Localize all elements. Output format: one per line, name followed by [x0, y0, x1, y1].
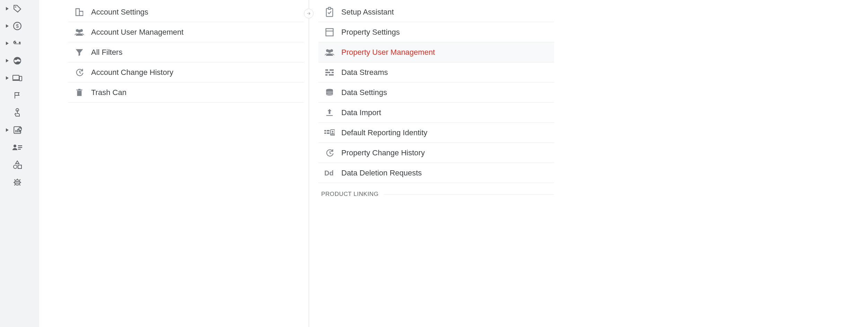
svg-rect-40: [330, 69, 334, 71]
svg-rect-26: [82, 12, 83, 14]
accountColumn-row-account-user-management[interactable]: Account User Management: [68, 22, 304, 42]
bug-icon: [11, 176, 24, 188]
chart-icon: [11, 124, 24, 136]
window-icon: [323, 25, 336, 39]
propertyColumn-row-default-reporting-identity[interactable]: Default Reporting Identity: [318, 123, 554, 143]
accountColumn-row-account-settings[interactable]: Account Settings: [68, 2, 304, 22]
people-icon: [323, 45, 336, 59]
tag-icon: [11, 2, 24, 15]
svg-rect-25: [81, 12, 82, 14]
dd-icon: Dd: [323, 166, 336, 180]
expand-caret-icon: [5, 42, 10, 45]
expand-caret-icon: [5, 7, 10, 10]
svg-rect-24: [78, 12, 79, 14]
svg-rect-21: [77, 11, 78, 12]
svg-rect-22: [78, 11, 79, 12]
svg-rect-9: [16, 130, 17, 132]
row-label: Property Change History: [341, 148, 425, 157]
svg-rect-28: [82, 14, 83, 15]
globe-icon: [11, 54, 24, 67]
svg-rect-51: [327, 132, 330, 134]
database-icon: [323, 86, 336, 100]
propertyColumn-row-property-change-history[interactable]: Property Change History: [318, 143, 554, 163]
rail-item-globe[interactable]: [0, 52, 39, 69]
section-header-label: PRODUCT LINKING: [321, 191, 379, 198]
collapse-column-button[interactable]: [304, 9, 314, 18]
svg-rect-34: [326, 28, 333, 36]
row-label: Property User Management: [341, 48, 435, 57]
userlist-icon: [11, 141, 24, 154]
svg-rect-48: [324, 130, 326, 131]
svg-point-47: [326, 93, 333, 96]
accountColumn-row-trash-can[interactable]: Trash Can: [68, 83, 304, 103]
account-column: Account SettingsAccount User ManagementA…: [68, 0, 304, 327]
rail-item-bug[interactable]: [0, 173, 39, 191]
property-column: Setup AssistantProperty SettingsProperty…: [318, 0, 554, 327]
magnet-icon: [11, 37, 24, 50]
propertyColumn-row-data-streams[interactable]: Data Streams: [318, 62, 554, 83]
svg-rect-20: [78, 10, 79, 11]
row-label: Account User Management: [91, 28, 184, 37]
trash-icon: [72, 86, 86, 100]
svg-text:$: $: [16, 23, 19, 29]
row-label: Property Settings: [341, 28, 400, 37]
svg-point-18: [15, 180, 20, 185]
row-label: Trash Can: [91, 88, 126, 97]
section-header-product-linking: PRODUCT LINKING: [318, 183, 554, 200]
rail-item-chart[interactable]: [0, 121, 39, 139]
svg-rect-27: [81, 14, 82, 15]
assist-icon: [323, 5, 336, 19]
propertyColumn-row-data-deletion-requests[interactable]: DdData Deletion Requests: [318, 163, 554, 183]
identity-icon: [323, 126, 336, 140]
propertyColumn-row-property-user-management[interactable]: Property User Management: [318, 42, 554, 62]
rail-item-tag[interactable]: [0, 0, 39, 17]
admin-main: Account SettingsAccount User ManagementA…: [39, 0, 868, 327]
propertyColumn-row-data-settings[interactable]: Data Settings: [318, 83, 554, 103]
upload-icon: [323, 106, 336, 120]
svg-rect-43: [325, 74, 327, 76]
flag-icon: [11, 89, 24, 102]
filter-icon: [72, 45, 86, 59]
rail-item-shapes[interactable]: [0, 156, 39, 173]
accountColumn-row-account-change-history[interactable]: Account Change History: [68, 62, 304, 83]
shapes-icon: [11, 158, 24, 171]
rail-item-userlist[interactable]: [0, 139, 39, 156]
propertyColumn-row-data-import[interactable]: Data Import: [318, 103, 554, 123]
streams-icon: [323, 66, 336, 79]
svg-text:Dd: Dd: [324, 169, 334, 177]
expand-caret-icon: [5, 128, 10, 132]
svg-rect-44: [329, 74, 334, 76]
propertyColumn-row-setup-assistant[interactable]: Setup Assistant: [318, 2, 554, 22]
svg-point-38: [328, 50, 331, 53]
rail-item-flag[interactable]: [0, 87, 39, 104]
dollar-icon: $: [11, 20, 24, 32]
svg-rect-13: [18, 145, 22, 146]
expand-caret-icon: [5, 59, 10, 62]
svg-rect-4: [13, 75, 19, 80]
touch-icon: [11, 106, 24, 119]
expand-caret-icon: [5, 24, 10, 28]
svg-rect-50: [324, 132, 326, 134]
row-label: Account Settings: [91, 8, 148, 17]
svg-rect-49: [327, 130, 330, 131]
svg-rect-33: [328, 7, 331, 9]
rail-item-magnet[interactable]: [0, 35, 39, 52]
rail-item-devices[interactable]: [0, 69, 39, 87]
propertyColumn-row-property-settings[interactable]: Property Settings: [318, 22, 554, 42]
svg-rect-39: [325, 69, 328, 71]
svg-rect-17: [18, 165, 21, 169]
svg-point-0: [15, 7, 16, 8]
rail-item-touch[interactable]: [0, 104, 39, 121]
nav-rail: $: [0, 0, 39, 327]
svg-point-53: [332, 131, 334, 132]
accountColumn-row-all-filters[interactable]: All Filters: [68, 42, 304, 62]
svg-rect-32: [326, 8, 333, 16]
rail-item-dollar[interactable]: $: [0, 17, 39, 35]
svg-point-12: [14, 145, 16, 147]
section-header-line: [384, 194, 554, 195]
devices-icon: [11, 72, 24, 84]
expand-caret-icon: [5, 76, 10, 80]
row-label: Account Change History: [91, 68, 173, 77]
svg-rect-14: [18, 147, 22, 148]
svg-point-16: [14, 165, 17, 169]
